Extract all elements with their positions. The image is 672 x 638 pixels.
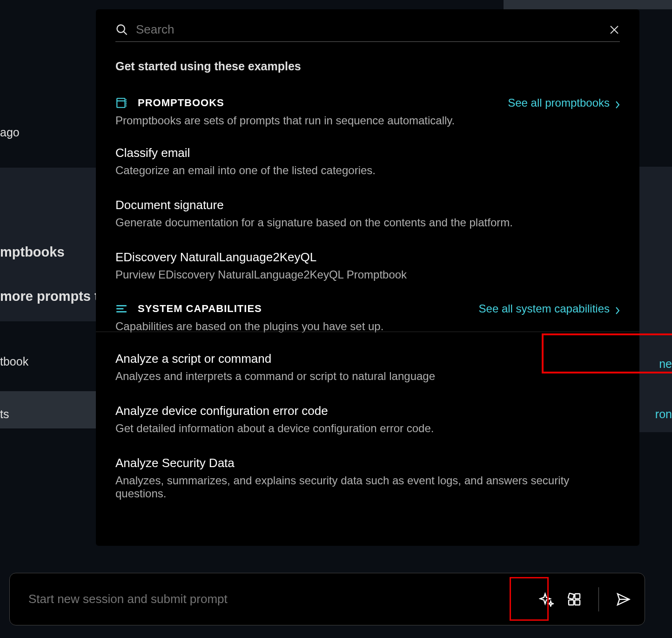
svg-rect-12 <box>569 600 574 605</box>
see-all-capabilities-link[interactable]: See all system capabilities <box>479 302 620 315</box>
search-icon <box>115 23 128 36</box>
section-desc: Capabilities are based on the plugins yo… <box>115 320 620 333</box>
sparkle-icon[interactable] <box>539 592 554 607</box>
svg-rect-4 <box>117 98 125 108</box>
promptbooks-header: PROMPTBOOKS See all promptbooks <box>115 96 620 109</box>
apps-icon[interactable] <box>567 592 582 607</box>
section-title: SYSTEM CAPABILITIES <box>138 303 262 315</box>
prompt-bar <box>9 573 645 625</box>
chevron-right-icon <box>615 305 620 313</box>
capability-item[interactable]: Analyze Security Data Analyzes, summariz… <box>115 456 620 500</box>
svg-line-1 <box>124 32 127 34</box>
svg-rect-10 <box>568 593 574 599</box>
bg-text-fragment: ne <box>659 357 672 371</box>
bg-text-fragment: ts <box>0 407 9 421</box>
see-all-promptbooks-link[interactable]: See all promptbooks <box>508 96 620 109</box>
background-panel-selected <box>0 391 96 428</box>
see-all-label: See all system capabilities <box>479 302 610 315</box>
bg-text-fragment: ron <box>655 407 672 421</box>
prompt-input[interactable] <box>28 592 539 606</box>
item-desc: Categorize an email into one of the list… <box>115 164 620 177</box>
promptbook-item[interactable]: Classify email Categorize an email into … <box>115 146 620 177</box>
svg-point-0 <box>117 25 125 32</box>
list-icon <box>115 303 128 315</box>
item-title: Analyze Security Data <box>115 456 620 470</box>
bg-text-fragment: tbook <box>0 355 28 368</box>
background-panel-right <box>639 167 672 432</box>
capability-item[interactable]: Analyze a script or command Analyzes and… <box>115 352 620 383</box>
bg-text-fragment: ago <box>0 126 20 139</box>
background-corner <box>504 0 672 9</box>
item-desc: Generate documentation for a signature b… <box>115 216 620 229</box>
svg-rect-11 <box>575 594 580 599</box>
search-input[interactable] <box>136 22 609 37</box>
item-desc: Analyzes, summarizes, and explains secur… <box>115 474 620 500</box>
divider <box>96 332 639 332</box>
promptbook-item[interactable]: Document signature Generate documentatio… <box>115 198 620 229</box>
svg-rect-13 <box>575 600 580 605</box>
item-title: EDiscovery NaturalLanguage2KeyQL <box>115 250 620 265</box>
item-title: Document signature <box>115 198 620 212</box>
divider <box>598 587 599 611</box>
item-desc: Analyzes and interprets a command or scr… <box>115 370 620 383</box>
item-title: Analyze a script or command <box>115 352 620 366</box>
bg-text-fragment: mptbooks <box>0 244 65 260</box>
send-icon[interactable] <box>616 592 631 607</box>
capabilities-header: SYSTEM CAPABILITIES See all system capab… <box>115 302 620 315</box>
intro-heading: Get started using these examples <box>115 60 620 73</box>
close-icon[interactable] <box>609 24 620 35</box>
capability-item[interactable]: Analyze device configuration error code … <box>115 404 620 435</box>
bg-text-fragment: more prompts tl <box>0 289 103 304</box>
item-title: Classify email <box>115 146 620 160</box>
section-title: PROMPTBOOKS <box>138 97 224 109</box>
item-desc: Get detailed information about a device … <box>115 422 620 435</box>
section-desc: Promptbooks are sets of prompts that run… <box>115 114 620 127</box>
search-row <box>115 22 620 42</box>
see-all-label: See all promptbooks <box>508 96 610 109</box>
prompts-popup: Get started using these examples PROMPTB… <box>96 9 639 546</box>
book-icon <box>115 97 128 109</box>
chevron-right-icon <box>615 99 620 107</box>
promptbook-item[interactable]: EDiscovery NaturalLanguage2KeyQL Purview… <box>115 250 620 281</box>
item-desc: Purview EDiscovery NaturalLanguage2KeyQL… <box>115 268 620 281</box>
item-title: Analyze device configuration error code <box>115 404 620 418</box>
